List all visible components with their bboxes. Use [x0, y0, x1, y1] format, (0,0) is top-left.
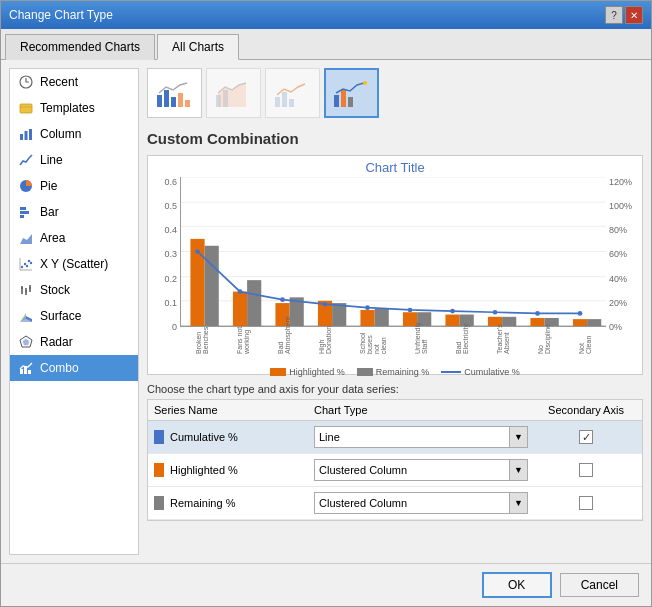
- chart-type-value-highlighted: Clustered Column: [315, 464, 509, 476]
- svg-rect-42: [282, 92, 287, 107]
- sidebar-item-pie[interactable]: Pie: [10, 173, 138, 199]
- svg-rect-43: [289, 99, 294, 107]
- svg-rect-69: [375, 309, 389, 326]
- tab-recommended[interactable]: Recommended Charts: [5, 34, 155, 60]
- combo-type-1-button[interactable]: [147, 68, 202, 118]
- series-row-cumulative: Cumulative % Line ▼: [148, 421, 642, 454]
- tab-all-charts[interactable]: All Charts: [157, 34, 239, 60]
- svg-rect-61: [445, 315, 459, 326]
- combo-type-title: Custom Combination: [147, 130, 643, 147]
- svg-point-15: [30, 262, 32, 264]
- checkbox-cumulative[interactable]: [579, 430, 593, 444]
- combo-type-2-button[interactable]: [206, 68, 261, 118]
- sidebar-label-bar: Bar: [40, 205, 59, 219]
- svg-point-82: [493, 310, 498, 315]
- svg-point-81: [450, 309, 455, 314]
- sidebar-item-bar[interactable]: Bar: [10, 199, 138, 225]
- legend-label-highlighted: Highlighted %: [289, 367, 345, 377]
- sidebar-label-area: Area: [40, 231, 65, 245]
- select-arrow-cumulative[interactable]: ▼: [509, 427, 527, 447]
- sidebar-item-surface[interactable]: Surface: [10, 303, 138, 329]
- title-bar: Change Chart Type ? ✕: [1, 1, 651, 29]
- svg-rect-8: [20, 211, 29, 214]
- series-name-highlighted: Highlighted %: [170, 464, 238, 476]
- series-color-cumulative: [154, 430, 164, 444]
- sidebar-item-line[interactable]: Line: [10, 147, 138, 173]
- svg-point-80: [408, 308, 413, 313]
- chart-area: 0.6 0.5 0.4 0.3 0.2 0.1 0: [152, 177, 638, 357]
- right-panel: Custom Combination Chart Title 0.6 0.5 0…: [147, 68, 643, 555]
- line-icon: [18, 152, 34, 168]
- svg-rect-41: [275, 97, 280, 107]
- templates-icon: [18, 100, 34, 116]
- main-area: Recent Templates Column: [1, 60, 651, 563]
- sidebar-item-column[interactable]: Column: [10, 121, 138, 147]
- dialog-content: Recommended Charts All Charts Recent: [1, 29, 651, 606]
- x-labels: Broken Benches Fans not working Bad Atmo…: [181, 326, 606, 354]
- help-button[interactable]: ?: [605, 6, 623, 24]
- svg-rect-45: [341, 90, 346, 107]
- sidebar-label-radar: Radar: [40, 335, 73, 349]
- legend-cumulative: Cumulative %: [441, 367, 520, 377]
- chart-legend: Highlighted % Remaining % Cumulative %: [152, 367, 638, 377]
- change-chart-type-dialog: Change Chart Type ? ✕ Recommended Charts…: [0, 0, 652, 607]
- dialog-footer: OK Cancel: [1, 563, 651, 606]
- chart-type-icons: [147, 68, 643, 118]
- legend-line-cumulative: [441, 371, 461, 373]
- chart-type-select-cumulative[interactable]: Line ▼: [314, 426, 528, 448]
- svg-point-75: [195, 249, 200, 254]
- chart-type-select-highlighted[interactable]: Clustered Column ▼: [314, 459, 528, 481]
- pie-icon: [18, 178, 34, 194]
- legend-label-cumulative: Cumulative %: [464, 367, 520, 377]
- svg-rect-63: [530, 318, 544, 326]
- chart-title: Chart Title: [152, 160, 638, 175]
- checkbox-remaining[interactable]: [579, 496, 593, 510]
- svg-rect-65: [205, 246, 219, 326]
- sidebar-item-templates[interactable]: Templates: [10, 95, 138, 121]
- bar-icon: [18, 204, 34, 220]
- column-icon: [18, 126, 34, 142]
- combo-type-4-button[interactable]: [324, 68, 379, 118]
- chart-type-value-cumulative: Line: [315, 431, 509, 443]
- sidebar-item-stock[interactable]: Stock: [10, 277, 138, 303]
- svg-point-11: [21, 266, 23, 268]
- svg-rect-7: [20, 207, 26, 210]
- svg-rect-36: [178, 93, 183, 107]
- title-bar-buttons: ? ✕: [605, 6, 643, 24]
- sidebar-item-area[interactable]: Area: [10, 225, 138, 251]
- close-button[interactable]: ✕: [625, 6, 643, 24]
- svg-rect-1: [20, 104, 32, 113]
- y-axis-left: 0.6 0.5 0.4 0.3 0.2 0.1 0: [152, 177, 180, 357]
- svg-rect-30: [20, 369, 23, 374]
- chart-type-select-remaining[interactable]: Clustered Column ▼: [314, 492, 528, 514]
- sidebar-label-column: Column: [40, 127, 81, 141]
- secondary-axis-cumulative: [536, 430, 636, 444]
- checkbox-highlighted[interactable]: [579, 463, 593, 477]
- svg-rect-74: [587, 319, 601, 326]
- header-chart-type: Chart Type: [314, 404, 536, 416]
- svg-rect-37: [185, 100, 190, 107]
- select-arrow-highlighted[interactable]: ▼: [509, 460, 527, 480]
- recent-icon: [18, 74, 34, 90]
- svg-rect-4: [25, 131, 28, 140]
- secondary-axis-remaining: [536, 496, 636, 510]
- sidebar-item-radar[interactable]: Radar: [10, 329, 138, 355]
- sidebar-label-recent: Recent: [40, 75, 78, 89]
- secondary-axis-highlighted: [536, 463, 636, 477]
- svg-point-76: [238, 289, 243, 294]
- combo-type-3-button[interactable]: [265, 68, 320, 118]
- cancel-button[interactable]: Cancel: [560, 573, 639, 597]
- header-series-name: Series Name: [154, 404, 314, 416]
- sidebar-item-recent[interactable]: Recent: [10, 69, 138, 95]
- combo-icon: [18, 360, 34, 376]
- series-color-highlighted: [154, 463, 164, 477]
- chart-preview: Chart Title 0.6 0.5 0.4 0.3 0.2 0.1 0: [147, 155, 643, 375]
- sidebar-label-line: Line: [40, 153, 63, 167]
- series-table-container: Choose the chart type and axis for your …: [147, 383, 643, 555]
- svg-point-77: [280, 297, 285, 302]
- sidebar-item-combo[interactable]: Combo: [10, 355, 138, 381]
- sidebar-item-scatter[interactable]: X Y (Scatter): [10, 251, 138, 277]
- dialog-title: Change Chart Type: [9, 8, 113, 22]
- ok-button[interactable]: OK: [482, 572, 552, 598]
- select-arrow-remaining[interactable]: ▼: [509, 493, 527, 513]
